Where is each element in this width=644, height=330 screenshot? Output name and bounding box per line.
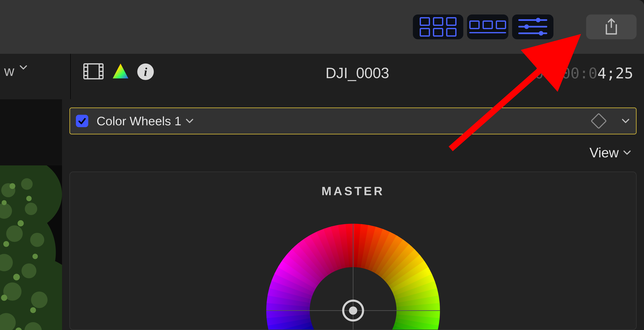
- svg-point-26: [2, 200, 6, 205]
- effect-name-dropdown[interactable]: Color Wheels 1: [96, 114, 194, 128]
- svg-point-18: [30, 233, 44, 247]
- effect-row[interactable]: Color Wheels 1: [70, 108, 636, 134]
- svg-point-22: [31, 292, 48, 308]
- view-menu[interactable]: View: [590, 145, 632, 160]
- info-tab-icon[interactable]: i: [137, 64, 154, 80]
- view-grid-button[interactable]: [413, 14, 463, 39]
- chevron-down-icon: [19, 63, 28, 72]
- timecode-bright: 4;25: [598, 64, 633, 82]
- color-wheel-well: MASTER: [70, 172, 636, 330]
- color-tab-icon[interactable]: [111, 62, 130, 82]
- grid-icon: [420, 17, 456, 36]
- keyframe-icon[interactable]: [590, 113, 607, 129]
- svg-point-16: [25, 203, 37, 215]
- share-icon: [603, 18, 620, 36]
- svg-point-28: [18, 220, 24, 226]
- inspector-header: i DJI_0003 00:00:04;25: [71, 54, 644, 99]
- svg-point-20: [22, 264, 36, 278]
- master-color-wheel[interactable]: [250, 207, 456, 330]
- effect-enable-checkbox[interactable]: [76, 115, 88, 127]
- share-button[interactable]: [586, 14, 636, 39]
- view-menu-label: View: [590, 145, 619, 160]
- svg-point-41: [349, 306, 357, 315]
- svg-point-14: [21, 178, 33, 190]
- inspector-strip: w: [0, 54, 644, 99]
- preview-foliage: [0, 166, 62, 330]
- view-filmstrip-button[interactable]: [467, 14, 508, 39]
- view-sliders-button[interactable]: [512, 14, 554, 39]
- top-toolbar: [0, 0, 644, 54]
- svg-point-33: [30, 307, 36, 313]
- sliders-icon: [518, 18, 547, 36]
- video-tab-icon[interactable]: [83, 63, 104, 80]
- svg-point-27: [26, 196, 32, 201]
- svg-point-29: [3, 241, 9, 247]
- chevron-down-icon: [185, 116, 194, 126]
- effect-name-label: Color Wheels 1: [96, 114, 181, 128]
- svg-point-17: [6, 226, 23, 242]
- clip-name: DJI_0003: [326, 64, 389, 82]
- svg-point-32: [1, 295, 7, 301]
- chevron-down-icon: [622, 148, 632, 157]
- view-mode-segment: [413, 14, 554, 39]
- timecode-dim: 00:00:0: [535, 64, 597, 82]
- inspector-body: Color Wheels 1 View MASTER: [62, 99, 644, 330]
- wheel-title: MASTER: [322, 184, 384, 198]
- timecode: 00:00:04;25: [535, 64, 633, 82]
- preview-sliver: [0, 99, 62, 330]
- chevron-down-icon[interactable]: [621, 116, 630, 126]
- svg-point-30: [32, 254, 38, 259]
- cropped-dropdown-label: w: [4, 63, 14, 79]
- svg-point-25: [10, 183, 15, 189]
- svg-point-31: [13, 274, 20, 280]
- filmstrip-icon: [469, 20, 506, 33]
